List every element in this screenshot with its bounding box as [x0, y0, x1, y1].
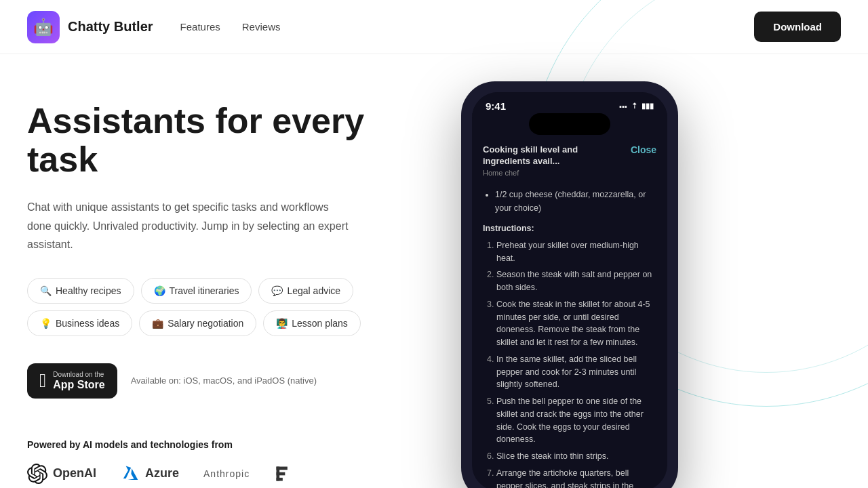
ingredients-list: 1/2 cup cheese (cheddar, mozzarella, or … — [483, 188, 656, 215]
app-name: Chatty Butler — [68, 19, 153, 35]
header-left: 🤖 Chatty Butler Features Reviews — [27, 11, 280, 43]
dynamic-island — [529, 113, 610, 135]
chip-emoji-3: 💡 — [40, 318, 52, 329]
chip-salary-negotiation[interactable]: 💼 Salary negotiation — [139, 310, 256, 336]
left-column: Assistants for every task Chat with uniq… — [27, 88, 420, 484]
app-store-row:  Download on the App Store Available on… — [27, 363, 420, 399]
hero-description: Chat with unique assistants to get speci… — [27, 198, 353, 253]
instructions-label: Instructions: — [483, 222, 656, 235]
status-time: 9:41 — [486, 100, 506, 112]
chip-business-ideas[interactable]: 💡 Business ideas — [27, 310, 132, 336]
signal-icon: ▪▪▪ — [619, 102, 627, 110]
app-store-big-text: App Store — [53, 379, 104, 391]
apple-icon:  — [39, 370, 46, 392]
chip-emoji-2: 💬 — [271, 285, 283, 296]
chip-label-2: Legal advice — [287, 285, 340, 296]
phone-header-sub: Home chef — [483, 169, 618, 177]
battery-icon: ▮▮▮ — [642, 102, 654, 110]
step-5: Push the bell pepper to one side of the … — [496, 395, 656, 446]
powered-by-section: Powered by AI models and technologies fr… — [27, 439, 420, 484]
available-platforms: Available on: iOS, macOS, and iPadOS (na… — [131, 375, 317, 386]
nav-reviews[interactable]: Reviews — [242, 21, 281, 33]
app-store-small-text: Download on the — [53, 371, 104, 378]
download-button[interactable]: Download — [754, 12, 841, 42]
main-nav: Features Reviews — [180, 21, 281, 33]
chip-travel-itineraries[interactable]: 🌍 Travel itineraries — [141, 278, 252, 304]
chip-lesson-plans[interactable]: 👨‍🏫 Lesson plans — [263, 310, 361, 336]
openai-label: OpenAI — [53, 466, 96, 481]
svg-rect-2 — [277, 472, 285, 476]
nav-features[interactable]: Features — [180, 21, 220, 33]
close-button[interactable]: Close — [631, 144, 656, 155]
step-7: Arrange the artichoke quarters, bell pep… — [496, 467, 656, 488]
svg-rect-1 — [277, 466, 288, 470]
chip-label-3: Business ideas — [56, 318, 119, 329]
chip-legal-advice[interactable]: 💬 Legal advice — [258, 278, 353, 304]
replicate-logo — [274, 464, 293, 483]
step-2: Season the steak with salt and pepper on… — [496, 268, 656, 294]
openai-logo: OpenAI — [27, 464, 96, 484]
chip-label-4: Salary negotiation — [167, 318, 243, 329]
replicate-icon — [274, 464, 293, 483]
step-6: Slice the steak into thin strips. — [496, 450, 656, 463]
app-logo-icon: 🤖 — [27, 11, 60, 43]
assistant-chips: 🔍 Healthy recipes 🌍 Travel itineraries 💬… — [27, 278, 420, 336]
chip-emoji-1: 🌍 — [154, 285, 165, 296]
chip-label-5: Lesson plans — [292, 318, 348, 329]
phone-header-title: Cooking skill level and ingredients avai… — [483, 144, 618, 167]
wifi-icon: ⇡ — [631, 102, 637, 110]
anthropic-label: Anthropic — [203, 468, 250, 479]
chip-emoji-5: 👨‍🏫 — [276, 318, 288, 329]
chip-healthy-recipes[interactable]: 🔍 Healthy recipes — [27, 278, 134, 304]
azure-logo: Azure — [121, 464, 179, 483]
phone-screen: 9:41 ▪▪▪ ⇡ ▮▮▮ Cooking skill level and i… — [472, 92, 667, 488]
phone-header-info: Cooking skill level and ingredients avai… — [483, 144, 618, 177]
app-store-button[interactable]:  Download on the App Store — [27, 363, 117, 399]
phone-mockup-container: 9:41 ▪▪▪ ⇡ ▮▮▮ Cooking skill level and i… — [461, 81, 719, 488]
phone-chat-header: Cooking skill level and ingredients avai… — [472, 138, 667, 182]
hero-title: Assistants for every task — [27, 102, 420, 179]
status-bar: 9:41 ▪▪▪ ⇡ ▮▮▮ — [472, 92, 667, 116]
svg-rect-3 — [277, 478, 283, 481]
chip-label-1: Travel itineraries — [170, 285, 239, 296]
azure-label: Azure — [145, 466, 179, 481]
chip-label-0: Healthy recipes — [56, 285, 121, 296]
phone-chat-content: 1/2 cup cheese (cheddar, mozzarella, or … — [472, 182, 667, 488]
ingredient-item: 1/2 cup cheese (cheddar, mozzarella, or … — [495, 188, 656, 215]
site-header: 🤖 Chatty Butler Features Reviews Downloa… — [0, 0, 868, 54]
powered-by-label: Powered by AI models and technologies fr… — [27, 439, 420, 450]
azure-icon — [121, 464, 140, 483]
phone-frame: 9:41 ▪▪▪ ⇡ ▮▮▮ Cooking skill level and i… — [461, 81, 678, 488]
anthropic-logo: Anthropic — [203, 468, 250, 479]
openai-icon — [27, 464, 47, 484]
step-1: Preheat your skillet over medium-high he… — [496, 239, 656, 265]
instructions-list: Preheat your skillet over medium-high he… — [483, 239, 656, 488]
brand-logos: OpenAI Azure Anthropic — [27, 464, 420, 484]
chip-emoji-0: 🔍 — [40, 285, 52, 296]
app-store-text: Download on the App Store — [53, 371, 104, 391]
chip-emoji-4: 💼 — [152, 318, 163, 329]
main-content: Assistants for every task Chat with uniq… — [0, 54, 868, 488]
step-3: Cook the steak in the skillet for about … — [496, 298, 656, 349]
step-4: In the same skillet, add the sliced bell… — [496, 353, 656, 391]
logo-area: 🤖 Chatty Butler — [27, 11, 153, 43]
status-icons: ▪▪▪ ⇡ ▮▮▮ — [619, 102, 654, 110]
